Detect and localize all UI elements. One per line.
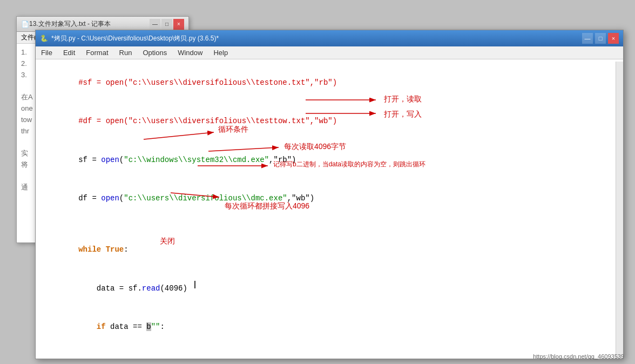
idle-maximize-btn[interactable]: □: [595, 33, 606, 44]
b-prefix-highlight: b: [146, 322, 151, 331]
idle-menu-help[interactable]: Help: [208, 48, 233, 58]
idle-menu-format[interactable]: Format: [80, 48, 113, 58]
open-keyword-2: open: [101, 194, 119, 203]
notepad-maximize-btn[interactable]: □: [161, 19, 172, 30]
idle-title-text: *烤贝.py - C:\Users\Diversifolious\Desktop…: [51, 34, 219, 43]
idle-close-btn[interactable]: ×: [608, 33, 619, 44]
data-assign: data = sf.: [78, 284, 142, 293]
idle-code-editor[interactable]: #sf = open("c:\\users\\diversifolious\\t…: [36, 59, 623, 356]
notepad-close-btn[interactable]: ×: [173, 19, 184, 30]
code-line-6: while True:: [42, 231, 617, 269]
code-line-1: #sf = open("c:\\users\\diversifolious\\t…: [42, 64, 617, 102]
path-string-1: "c:\\windows\\system32\\cmd.exe": [124, 156, 269, 164]
idle-menu-file[interactable]: File: [36, 48, 58, 58]
while-colon: :: [124, 245, 128, 254]
read-args: (4096): [160, 284, 187, 293]
idle-minimize-btn[interactable]: —: [582, 33, 593, 44]
cursor: [194, 279, 195, 292]
notepad-title-text: 13.文件对象写入.txt - 记事本: [29, 19, 111, 29]
notepad-minimize-btn[interactable]: —: [150, 19, 160, 30]
path-string-2: "c:\\users\\diversifolious\\dmc.exe": [124, 194, 287, 203]
idle-editor-window: 🐍 *烤贝.py - C:\Users\Diversifolious\Deskt…: [35, 30, 624, 359]
comma-1: ,"rb"): [269, 156, 296, 164]
editor-scrollbar[interactable]: [616, 62, 623, 359]
open-args-2: (: [119, 194, 124, 203]
if-colon: :: [160, 322, 164, 331]
code-line-9: break: [42, 347, 617, 356]
idle-window-controls: — □ ×: [582, 33, 619, 44]
idle-menu-window[interactable]: Window: [172, 48, 208, 58]
open-keyword-1: open: [101, 156, 119, 164]
idle-title-bar: 🐍 *烤贝.py - C:\Users\Diversifolious\Deskt…: [36, 30, 623, 46]
idle-title-text-group: 🐍 *烤贝.py - C:\Users\Diversifolious\Deskt…: [40, 34, 219, 43]
df-var: df =: [78, 194, 101, 203]
code-line-7: data = sf.read(4096): [42, 269, 617, 308]
notepad-line-numbers: 1. 2. 3. 在A one tow thr 实 将 通: [21, 47, 33, 193]
idle-menu-run[interactable]: Run: [114, 48, 138, 58]
watermark-url: https://blog.csdn.net/qq_46093539: [533, 353, 624, 360]
empty-string: "": [151, 322, 160, 331]
idle-title-icon: 🐍: [40, 35, 48, 42]
code-line-3: sf = open("c:\\windows\\system32\\cmd.ex…: [42, 141, 617, 179]
notepad-title-icon: 📄: [21, 21, 29, 28]
idle-menu-options[interactable]: Options: [137, 48, 172, 58]
idle-menu-edit[interactable]: Edit: [58, 48, 80, 58]
cursor-blink: [194, 281, 195, 288]
code-area: #sf = open("c:\\users\\diversifolious\\t…: [42, 64, 617, 356]
comma-2: ,"wb"): [287, 194, 314, 203]
data-check: data ==: [110, 322, 146, 331]
code-line-5: [42, 218, 617, 231]
code-line-4: df = open("c:\\users\\diversifolious\\dm…: [42, 179, 617, 218]
idle-menu-bar: File Edit Format Run Options Window Help: [36, 46, 623, 59]
sf-var: sf =: [78, 156, 101, 164]
code-line-8: if data == b"":: [42, 308, 617, 346]
code-line-2: #df = open("c:\\users\\diversifolious\\t…: [42, 102, 617, 140]
while-keyword: while True: [78, 245, 124, 254]
if-keyword: if: [78, 322, 110, 331]
read-method: read: [142, 284, 160, 293]
comment-1: #sf = open("c:\\users\\diversifolious\\t…: [78, 78, 337, 87]
comment-2: #df = open("c:\\users\\diversifolious\\t…: [78, 117, 337, 125]
open-args-1: (: [119, 156, 124, 164]
